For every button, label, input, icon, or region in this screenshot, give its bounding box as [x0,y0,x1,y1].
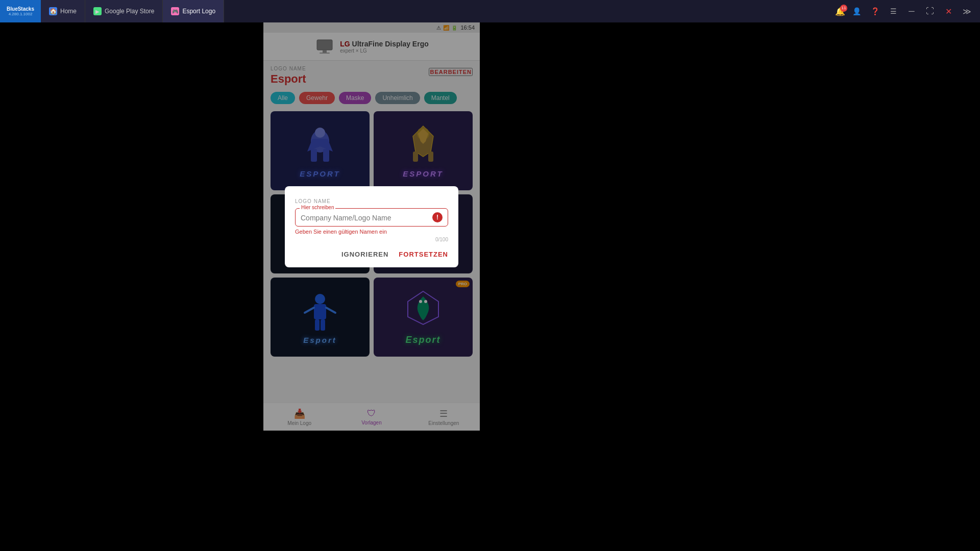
tab-home[interactable]: 🏠 Home [41,0,85,22]
account-button[interactable]: 👤 [849,4,864,18]
tab-playstore[interactable]: ▶ Google Play Store [85,0,163,22]
input-legend: Hier schreiben [300,205,335,210]
close-button[interactable]: ✕ [941,4,955,18]
logo-name-input[interactable] [301,211,429,224]
minimize-button[interactable]: ─ [904,4,919,18]
maximize-button[interactable]: ⛶ [923,4,937,18]
help-button[interactable]: ❓ [868,4,882,18]
home-icon: 🏠 [49,7,57,15]
ignore-button[interactable]: IGNORIEREN [341,251,388,258]
modal-actions: IGNORIEREN FORTSETZEN [295,251,448,258]
modal-label: LOGO NAME [295,198,448,204]
app-version: 4.280.1.1002 [9,12,33,16]
input-error-icon: ! [432,212,443,222]
title-bar: BlueStacks 4.280.1.1002 🏠 Home ▶ Google … [0,0,980,22]
tab-home-label: Home [60,8,77,15]
notification-button[interactable]: 🔔 11 [835,7,845,16]
continue-button[interactable]: FORTSETZEN [399,251,448,258]
esport-icon: 🎮 [171,7,179,15]
input-wrapper: Hier schreiben ! [295,208,448,227]
modal-overlay: LOGO NAME Hier schreiben ! Geben Sie ein… [263,22,480,431]
tab-bar: 🏠 Home ▶ Google Play Store 🎮 Esport Logo [41,0,224,22]
tab-esport[interactable]: 🎮 Esport Logo [163,0,224,22]
char-count: 0/100 [295,237,448,242]
emulator-screen: ⚠ 📶 🔋 16:54 LG UltraFine Display Ergo ex… [263,22,480,431]
app-name: BlueStacks [7,6,34,12]
tab-playstore-label: Google Play Store [105,8,154,15]
menu-button[interactable]: ☰ [886,4,900,18]
notification-count: 11 [840,5,847,12]
expand-button[interactable]: ≫ [960,4,974,18]
bluestacks-logo: BlueStacks 4.280.1.1002 [0,0,41,22]
tab-esport-label: Esport Logo [182,8,215,15]
playstore-icon: ▶ [93,7,102,15]
logo-name-modal: LOGO NAME Hier schreiben ! Geben Sie ein… [285,186,458,267]
window-controls: 🔔 11 👤 ❓ ☰ ─ ⛶ ✕ ≫ [835,4,980,18]
error-message: Geben Sie einen gültigen Namen ein [295,229,448,235]
